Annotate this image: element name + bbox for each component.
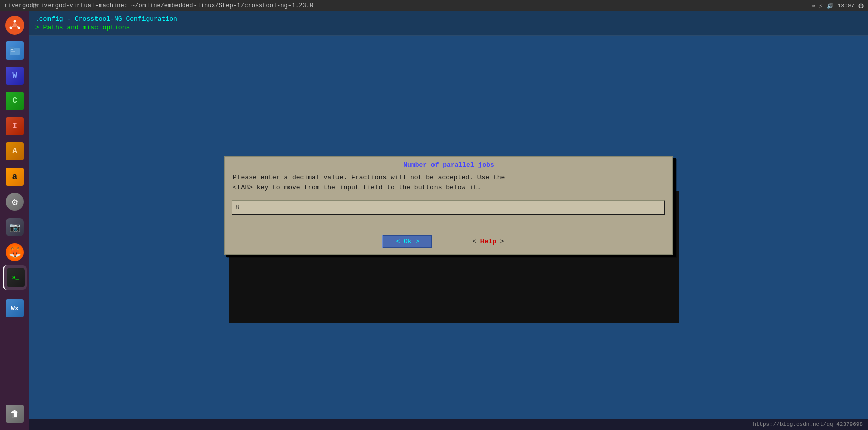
- status-url: https://blog.csdn.net/qq_42379698: [753, 421, 863, 427]
- help-button[interactable]: < Help >: [462, 236, 514, 247]
- audio-icon: 🔊: [827, 3, 834, 9]
- title-bar-icons: ⌨ ⚡ 🔊 13:07 ⏻: [812, 3, 864, 9]
- power-icon: ⏻: [858, 3, 864, 9]
- sidebar-item-calc[interactable]: C: [3, 89, 27, 113]
- svg-line-6: [12, 27, 12, 27]
- draw-icon: A: [6, 142, 24, 160]
- dialog-spacer: [225, 221, 672, 231]
- dialog-message-line1: Please enter a decimal value. Fractions …: [233, 174, 505, 181]
- help-prefix: <: [472, 238, 480, 245]
- svg-rect-11: [11, 51, 15, 52]
- amazon-icon: a: [6, 168, 24, 186]
- dialog-container: Number of parallel jobs Please enter a d…: [224, 186, 673, 255]
- help-suffix: >: [496, 238, 504, 245]
- sidebar-item-files[interactable]: [3, 38, 27, 63]
- dialog-message-line2: <TAB> key to move from the input field t…: [233, 184, 481, 191]
- impress-icon: I: [6, 117, 24, 135]
- sidebar-item-camera[interactable]: 📷: [3, 215, 27, 239]
- svg-point-2: [14, 20, 16, 23]
- svg-rect-10: [11, 49, 13, 50]
- svg-point-1: [13, 23, 17, 27]
- sidebar-item-trash[interactable]: 🗑: [3, 402, 27, 426]
- files-icon: [6, 41, 24, 60]
- dialog-message: Please enter a decimal value. Fractions …: [225, 171, 672, 198]
- help-main: Help: [480, 238, 496, 245]
- sidebar-item-terminal[interactable]: $_: [3, 265, 27, 290]
- sidebar-item-amazon[interactable]: a: [3, 165, 27, 189]
- dialog-buttons: < Ok > < Help >: [225, 231, 672, 254]
- wx-icon: Wx: [6, 299, 24, 317]
- keyboard-icon: ⌨: [812, 3, 815, 9]
- dialog-area: Number of parallel jobs Please enter a d…: [29, 11, 868, 430]
- svg-line-7: [17, 27, 18, 27]
- calc-icon: C: [6, 92, 24, 110]
- dialog-title: Number of parallel jobs: [225, 157, 672, 171]
- dialog-input-wrapper[interactable]: [232, 200, 665, 215]
- status-bar: https://blog.csdn.net/qq_42379698: [0, 419, 868, 430]
- sidebar-item-ubuntu[interactable]: [3, 13, 27, 37]
- sidebar-item-impress[interactable]: I: [3, 114, 27, 138]
- sidebar-item-draw[interactable]: A: [3, 139, 27, 164]
- dialog: Number of parallel jobs Please enter a d…: [224, 156, 673, 255]
- time-display: 13:07: [838, 3, 854, 9]
- sidebar-divider: [5, 293, 25, 293]
- camera-icon: 📷: [6, 218, 24, 236]
- writer-icon: W: [6, 67, 24, 85]
- sidebar-item-writer[interactable]: W: [3, 64, 27, 88]
- svg-point-4: [18, 27, 20, 29]
- trash-icon: 🗑: [6, 405, 24, 423]
- ok-button[interactable]: < Ok >: [383, 235, 432, 248]
- sidebar-item-firefox[interactable]: 🦊: [3, 240, 27, 264]
- svg-rect-9: [10, 47, 14, 49]
- bluetooth-icon: ⚡: [819, 3, 823, 9]
- sidebar: W C I A a ⚙ 📷 🦊 $_ Wx 🗑: [0, 11, 29, 430]
- svg-point-3: [10, 27, 12, 29]
- title-bar-text: rivergod@rivergod-virtual-machine: ~/onl…: [4, 2, 812, 9]
- title-bar: rivergod@rivergod-virtual-machine: ~/onl…: [0, 0, 868, 11]
- ubuntu-icon: [5, 16, 24, 35]
- sidebar-item-wx[interactable]: Wx: [3, 296, 27, 320]
- settings-icon: ⚙: [6, 193, 24, 211]
- firefox-icon: 🦊: [6, 243, 24, 261]
- sidebar-item-settings[interactable]: ⚙: [3, 190, 27, 214]
- parallel-jobs-input[interactable]: [235, 204, 661, 211]
- terminal-icon: $_: [7, 268, 25, 287]
- ok-button-label: < Ok >: [396, 238, 419, 245]
